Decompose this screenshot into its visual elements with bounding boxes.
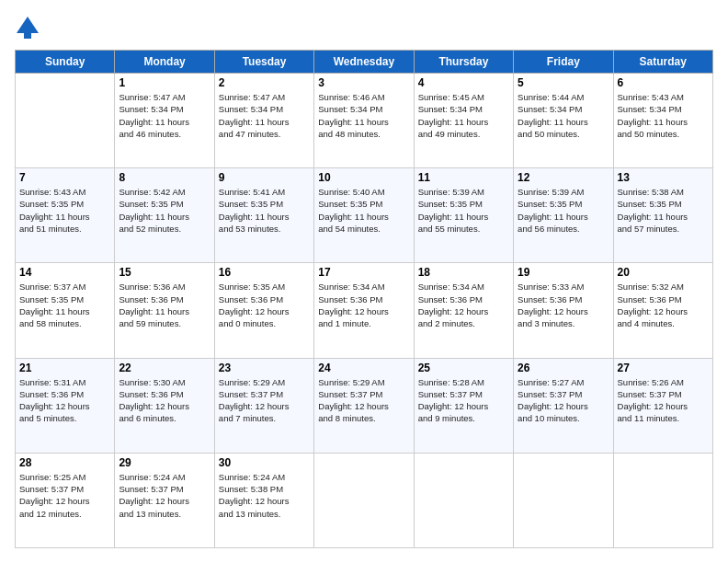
day-number: 18: [418, 266, 509, 279]
day-info: Sunrise: 5:29 AM Sunset: 5:37 PM Dayligh…: [318, 376, 409, 425]
calendar-cell: 14Sunrise: 5:37 AM Sunset: 5:35 PM Dayli…: [16, 263, 115, 358]
calendar-week-5: 28Sunrise: 5:25 AM Sunset: 5:37 PM Dayli…: [16, 453, 713, 547]
calendar-cell: 23Sunrise: 5:29 AM Sunset: 5:37 PM Dayli…: [214, 358, 313, 453]
day-info: Sunrise: 5:32 AM Sunset: 5:36 PM Dayligh…: [618, 281, 709, 329]
calendar-cell: 15Sunrise: 5:36 AM Sunset: 5:36 PM Dayli…: [115, 263, 214, 358]
day-info: Sunrise: 5:31 AM Sunset: 5:36 PM Dayligh…: [19, 376, 110, 425]
calendar-cell: 17Sunrise: 5:34 AM Sunset: 5:36 PM Dayli…: [314, 263, 414, 358]
day-info: Sunrise: 5:24 AM Sunset: 5:37 PM Dayligh…: [119, 471, 210, 520]
calendar-cell: 25Sunrise: 5:28 AM Sunset: 5:37 PM Dayli…: [414, 358, 513, 453]
day-info: Sunrise: 5:36 AM Sunset: 5:36 PM Dayligh…: [119, 281, 210, 329]
day-info: Sunrise: 5:24 AM Sunset: 5:38 PM Dayligh…: [219, 471, 310, 520]
day-header-friday: Friday: [514, 51, 613, 74]
calendar-cell: 3Sunrise: 5:46 AM Sunset: 5:34 PM Daylig…: [314, 74, 414, 168]
day-info: Sunrise: 5:44 AM Sunset: 5:34 PM Dayligh…: [518, 91, 609, 140]
day-number: 12: [518, 171, 609, 184]
day-info: Sunrise: 5:39 AM Sunset: 5:35 PM Dayligh…: [418, 186, 509, 235]
day-info: Sunrise: 5:40 AM Sunset: 5:35 PM Dayligh…: [318, 186, 409, 235]
calendar-cell: [414, 453, 513, 547]
calendar-cell: 19Sunrise: 5:33 AM Sunset: 5:36 PM Dayli…: [514, 263, 613, 358]
calendar-cell: 21Sunrise: 5:31 AM Sunset: 5:36 PM Dayli…: [16, 358, 115, 453]
calendar-cell: 20Sunrise: 5:32 AM Sunset: 5:36 PM Dayli…: [613, 263, 712, 358]
calendar-cell: 10Sunrise: 5:40 AM Sunset: 5:35 PM Dayli…: [314, 168, 414, 263]
day-number: 1: [119, 76, 210, 89]
day-number: 30: [219, 456, 310, 469]
day-info: Sunrise: 5:29 AM Sunset: 5:37 PM Dayligh…: [219, 376, 310, 425]
header: [15, 15, 713, 40]
calendar-week-3: 14Sunrise: 5:37 AM Sunset: 5:35 PM Dayli…: [16, 263, 713, 358]
day-number: 28: [19, 456, 110, 469]
day-number: 3: [318, 76, 409, 89]
day-header-thursday: Thursday: [414, 51, 513, 74]
day-number: 20: [618, 266, 709, 279]
calendar-header-row: SundayMondayTuesdayWednesdayThursdayFrid…: [16, 51, 713, 74]
day-info: Sunrise: 5:47 AM Sunset: 5:34 PM Dayligh…: [119, 91, 210, 140]
calendar-cell: 2Sunrise: 5:47 AM Sunset: 5:34 PM Daylig…: [214, 74, 313, 168]
calendar-cell: 29Sunrise: 5:24 AM Sunset: 5:37 PM Dayli…: [115, 453, 214, 547]
logo: [15, 15, 44, 40]
calendar-cell: 7Sunrise: 5:43 AM Sunset: 5:35 PM Daylig…: [16, 168, 115, 263]
calendar-cell: 24Sunrise: 5:29 AM Sunset: 5:37 PM Dayli…: [314, 358, 414, 453]
calendar-cell: 30Sunrise: 5:24 AM Sunset: 5:38 PM Dayli…: [214, 453, 313, 547]
day-number: 10: [318, 171, 409, 184]
day-header-monday: Monday: [115, 51, 214, 74]
calendar-cell: 16Sunrise: 5:35 AM Sunset: 5:36 PM Dayli…: [214, 263, 313, 358]
day-info: Sunrise: 5:43 AM Sunset: 5:35 PM Dayligh…: [19, 186, 110, 235]
calendar-cell: 6Sunrise: 5:43 AM Sunset: 5:34 PM Daylig…: [613, 74, 712, 168]
day-number: 5: [518, 76, 609, 89]
calendar-table: SundayMondayTuesdayWednesdayThursdayFrid…: [15, 50, 713, 548]
day-info: Sunrise: 5:43 AM Sunset: 5:34 PM Dayligh…: [618, 91, 709, 140]
calendar-week-1: 1Sunrise: 5:47 AM Sunset: 5:34 PM Daylig…: [16, 74, 713, 168]
calendar-cell: 12Sunrise: 5:39 AM Sunset: 5:35 PM Dayli…: [514, 168, 613, 263]
day-number: 26: [518, 362, 609, 374]
day-number: 17: [318, 266, 409, 279]
day-number: 9: [219, 171, 310, 184]
day-info: Sunrise: 5:39 AM Sunset: 5:35 PM Dayligh…: [518, 186, 609, 235]
day-number: 13: [618, 171, 709, 184]
day-number: 6: [618, 76, 709, 89]
calendar-cell: 4Sunrise: 5:45 AM Sunset: 5:34 PM Daylig…: [414, 74, 513, 168]
day-info: Sunrise: 5:33 AM Sunset: 5:36 PM Dayligh…: [518, 281, 609, 329]
day-info: Sunrise: 5:30 AM Sunset: 5:36 PM Dayligh…: [119, 376, 210, 425]
day-number: 4: [418, 76, 509, 89]
calendar-cell: 1Sunrise: 5:47 AM Sunset: 5:34 PM Daylig…: [115, 74, 214, 168]
day-number: 29: [119, 456, 210, 469]
day-number: 14: [19, 266, 110, 279]
day-number: 25: [418, 362, 509, 374]
day-info: Sunrise: 5:45 AM Sunset: 5:34 PM Dayligh…: [418, 91, 509, 140]
calendar-cell: 8Sunrise: 5:42 AM Sunset: 5:35 PM Daylig…: [115, 168, 214, 263]
day-number: 19: [518, 266, 609, 279]
day-number: 15: [119, 266, 210, 279]
calendar-cell: 13Sunrise: 5:38 AM Sunset: 5:35 PM Dayli…: [613, 168, 712, 263]
day-number: 16: [219, 266, 310, 279]
day-info: Sunrise: 5:47 AM Sunset: 5:34 PM Dayligh…: [219, 91, 310, 140]
day-header-tuesday: Tuesday: [214, 51, 313, 74]
day-number: 2: [219, 76, 310, 89]
day-info: Sunrise: 5:34 AM Sunset: 5:36 PM Dayligh…: [318, 281, 409, 329]
day-info: Sunrise: 5:28 AM Sunset: 5:37 PM Dayligh…: [418, 376, 509, 425]
day-info: Sunrise: 5:46 AM Sunset: 5:34 PM Dayligh…: [318, 91, 409, 140]
svg-marker-0: [17, 17, 39, 33]
day-number: 24: [318, 362, 409, 374]
day-info: Sunrise: 5:35 AM Sunset: 5:36 PM Dayligh…: [219, 281, 310, 329]
day-number: 7: [19, 171, 110, 184]
page: SundayMondayTuesdayWednesdayThursdayFrid…: [0, 0, 728, 563]
calendar-cell: [514, 453, 613, 547]
calendar-cell: 5Sunrise: 5:44 AM Sunset: 5:34 PM Daylig…: [514, 74, 613, 168]
calendar-cell: 22Sunrise: 5:30 AM Sunset: 5:36 PM Dayli…: [115, 358, 214, 453]
calendar-cell: 11Sunrise: 5:39 AM Sunset: 5:35 PM Dayli…: [414, 168, 513, 263]
calendar-week-4: 21Sunrise: 5:31 AM Sunset: 5:36 PM Dayli…: [16, 358, 713, 453]
day-header-saturday: Saturday: [613, 51, 712, 74]
day-info: Sunrise: 5:27 AM Sunset: 5:37 PM Dayligh…: [518, 376, 609, 425]
day-number: 27: [618, 362, 709, 374]
calendar-cell: 18Sunrise: 5:34 AM Sunset: 5:36 PM Dayli…: [414, 263, 513, 358]
day-info: Sunrise: 5:41 AM Sunset: 5:35 PM Dayligh…: [219, 186, 310, 235]
svg-rect-1: [24, 33, 31, 39]
day-info: Sunrise: 5:26 AM Sunset: 5:37 PM Dayligh…: [618, 376, 709, 425]
day-number: 8: [119, 171, 210, 184]
day-number: 21: [19, 362, 110, 374]
day-info: Sunrise: 5:38 AM Sunset: 5:35 PM Dayligh…: [618, 186, 709, 235]
calendar-cell: 28Sunrise: 5:25 AM Sunset: 5:37 PM Dayli…: [16, 453, 115, 547]
day-number: 23: [219, 362, 310, 374]
calendar-cell: 26Sunrise: 5:27 AM Sunset: 5:37 PM Dayli…: [514, 358, 613, 453]
